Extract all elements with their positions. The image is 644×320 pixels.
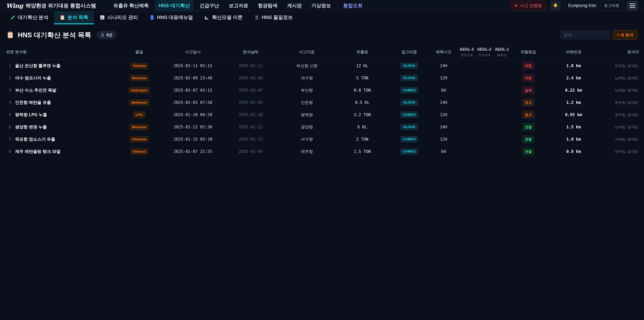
page-title: HNS 대기확산 분석 목록 xyxy=(18,30,91,40)
algorithm-cell: ALOHA xyxy=(389,75,429,81)
col-name: 분석명 xyxy=(15,50,116,55)
spill-amount: 2 TON xyxy=(336,137,389,142)
incident-datetime: 2025-02-08 23:40 xyxy=(163,76,223,80)
logout-button[interactable]: 로그아웃 xyxy=(600,1,623,11)
col-analysis-date: 분석날짜 xyxy=(223,50,278,55)
nav-item-유출유 확산예측[interactable]: 유출유 확산예측 xyxy=(110,0,152,12)
row-number: 5 xyxy=(5,112,15,117)
col-aegl1: AEGL-1불쾌감 xyxy=(493,47,511,57)
nav-item-보고자료[interactable]: 보고자료 xyxy=(225,0,252,12)
material-cell: Ethanol xyxy=(116,148,163,155)
table-row[interactable]: 1 울산 온산항 톨루엔 누출 Toluene 2025-02-11 05:15… xyxy=(5,60,639,72)
forecast-duration: 6H xyxy=(429,149,458,154)
table-row[interactable]: 5 평택항 LPG 누출 LPG 2025-01-28 00:20 2025-0… xyxy=(5,109,639,121)
bell-icon xyxy=(552,3,558,9)
nav-item-항공탐색[interactable]: 항공탐색 xyxy=(254,0,281,12)
incident-location: 광양항 xyxy=(278,124,336,130)
risk-cell: 관찰 xyxy=(511,148,546,155)
col-forecast: 예측시간 xyxy=(429,50,458,55)
incident-location: 부산항 xyxy=(278,88,336,93)
analysis-date: 2025-01-22 xyxy=(223,125,278,129)
damage-radius: 0.8 km xyxy=(546,149,601,154)
incident-location: 여수항 xyxy=(278,75,336,81)
tab-시나리오 관리[interactable]: 시나리오 관리 xyxy=(94,12,144,24)
table-row[interactable]: 7 목포항 염소스가 유출 Chlorine 2025-01-15 05:10 … xyxy=(5,133,639,145)
algorithm-badge: CAMEO xyxy=(400,136,418,142)
new-analysis-button[interactable]: + 새 분석 xyxy=(613,30,638,40)
col-no: 번호 xyxy=(5,50,15,55)
notifications-button[interactable] xyxy=(550,1,561,11)
algorithm-cell: ALOHA xyxy=(389,99,429,106)
pen-icon xyxy=(10,15,16,20)
user-name: Eunjeong Kim xyxy=(568,3,596,8)
algorithm-badge: ALOHA xyxy=(400,99,418,106)
table-row[interactable]: 4 인천항 메탄올 유출 Methanol 2025-02-03 07:50 2… xyxy=(5,97,639,109)
topbar-divider xyxy=(564,2,564,9)
analysis-name: 부산 수소 추진연 폭발 xyxy=(15,87,116,93)
table-row[interactable]: 3 부산 수소 추진연 폭발 Hydrogen 2025-02-07 03:15… xyxy=(5,84,639,97)
risk-cell: 위험 xyxy=(511,74,546,82)
risk-cell: 위험 xyxy=(511,62,546,70)
topbar-right: 사고 진행중 Eunjeong Kim 로그아웃 xyxy=(510,1,638,11)
table-row[interactable]: 6 광양항 벤젠 누출 Benzene 2025-01-22 02:30 202… xyxy=(5,121,639,133)
nav-item-통합조회[interactable]: 통합조회 xyxy=(338,0,366,12)
tab-대기확산 분석[interactable]: 대기확산 분석 xyxy=(4,12,54,24)
material-badge: Methanol xyxy=(129,99,150,106)
risk-cell: 심각 xyxy=(511,86,546,94)
incident-status-badge: 사고 진행중 xyxy=(510,1,546,11)
algorithm-cell: CAMEO xyxy=(389,136,429,142)
tab-HNS 대응매뉴얼[interactable]: HNS 대응매뉴얼 xyxy=(144,12,198,24)
analysis-date: 2025-02-11 xyxy=(223,64,278,68)
row-number: 8 xyxy=(5,149,15,154)
incident-datetime: 2025-02-07 03:15 xyxy=(163,88,223,93)
col-radius: 피해반경 xyxy=(546,50,601,55)
sub-tab-bar: 대기확산 분석 분석 목록 시나리오 관리 HNS 대응매뉴얼 확산모델 이론 … xyxy=(0,12,644,25)
incident-datetime: 2025-01-15 05:10 xyxy=(163,137,223,142)
material-badge: Toluene xyxy=(130,62,148,69)
incident-datetime: 2025-02-03 07:50 xyxy=(163,100,223,105)
incident-location: 평택항 xyxy=(278,112,336,117)
material-cell: Benzene xyxy=(116,124,163,130)
material-cell: Methanol xyxy=(116,99,163,106)
tab-확산모델 이론[interactable]: 확산모델 이론 xyxy=(198,12,248,24)
clipboard-icon xyxy=(60,15,65,20)
total-count: 8건 xyxy=(106,32,112,38)
forecast-duration: 12H xyxy=(429,137,458,142)
table-row[interactable]: 8 제주 에탄올링 탱크 파열 Ethanol 2025-01-07 22:55… xyxy=(5,145,639,158)
table-header-row: 번호 분석명 물질 사고일시 분석날짜 사고지점 유출량 알고리즘 예측시간 A… xyxy=(5,45,639,60)
algorithm-badge: CAMEO xyxy=(400,87,418,94)
risk-grade-badge: 위험 xyxy=(522,74,534,82)
analyst-names: 중부팀, 방재팀 xyxy=(601,100,639,105)
incident-datetime: 2025-01-07 22:55 xyxy=(163,149,223,154)
forecast-duration: 12H xyxy=(429,76,458,80)
spill-amount: 5 TON xyxy=(336,76,389,80)
tab-분석 목록[interactable]: 분석 목록 xyxy=(54,12,94,24)
hamburger-menu-button[interactable] xyxy=(627,1,638,11)
nav-item-긴급구난[interactable]: 긴급구난 xyxy=(196,0,223,12)
algorithm-cell: CAMEO xyxy=(389,148,429,155)
table-row[interactable]: 2 여수 엠프시아 누출 Benzene 2025-02-08 23:40 20… xyxy=(5,72,639,84)
risk-cell: 경고 xyxy=(511,99,546,106)
tab-HNS 물질정보[interactable]: HNS 물질정보 xyxy=(248,12,298,24)
analysis-date: 2025-02-08 xyxy=(223,76,278,80)
material-badge: Chlorine xyxy=(129,136,149,143)
analysis-name: 광양항 벤젠 누출 xyxy=(15,124,116,130)
incident-status-label: 사고 진행중 xyxy=(520,3,542,9)
col-amount: 유출량 xyxy=(336,50,389,55)
spill-amount: 8.5 KL xyxy=(336,100,389,105)
analysis-name: 목포항 염소스가 유출 xyxy=(15,136,116,142)
material-cell: Hydrogen xyxy=(116,87,163,94)
search-input[interactable] xyxy=(560,31,610,39)
material-cell: Toluene xyxy=(116,62,163,69)
col-analyst: 분석자 xyxy=(601,50,639,55)
nav-item-기상정보[interactable]: 기상정보 xyxy=(308,0,334,12)
risk-grade-badge: 경고 xyxy=(522,99,534,106)
analysis-date: 2025-02-07 xyxy=(223,88,278,93)
incident-datetime: 2025-01-22 02:30 xyxy=(163,125,223,129)
nav-item-HNS·대기확산[interactable]: HNS·대기확산 xyxy=(155,0,194,12)
incident-datetime: 2025-01-28 00:20 xyxy=(163,112,223,117)
algorithm-badge: CAMEO xyxy=(400,111,418,118)
col-risk: 위험등급 xyxy=(511,50,546,55)
nav-item-게시판[interactable]: 게시판 xyxy=(284,0,306,12)
forecast-duration: 12H xyxy=(429,112,458,117)
